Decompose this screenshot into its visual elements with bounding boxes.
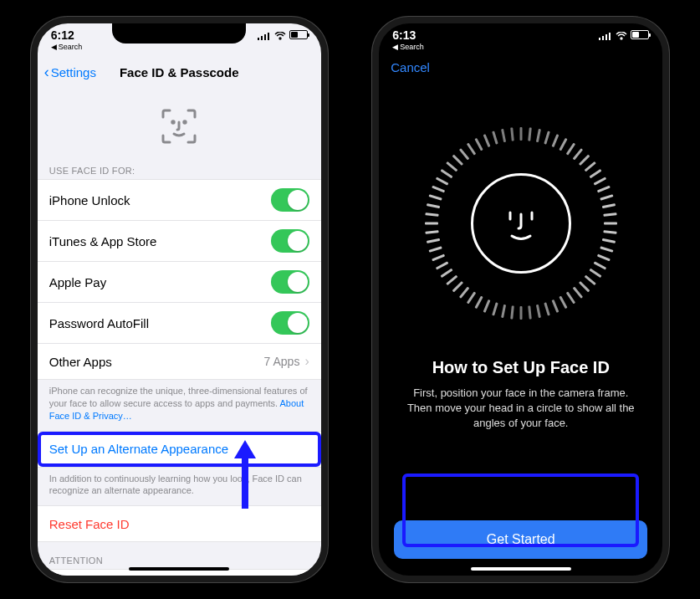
notch bbox=[454, 22, 588, 44]
cell-label: Set Up an Alternate Appearance bbox=[49, 442, 228, 456]
svg-rect-1 bbox=[261, 36, 263, 40]
status-time: 6:12 bbox=[51, 28, 83, 42]
face-scan-ring bbox=[425, 127, 617, 320]
cell-label: iTunes & App Store bbox=[49, 234, 157, 248]
wifi-icon bbox=[274, 31, 286, 39]
footer-faceid-privacy: iPhone can recognize the unique, three-d… bbox=[38, 380, 321, 431]
nav-bar: ‹ Settings Face ID & Passcode bbox=[38, 57, 321, 87]
svg-rect-7 bbox=[602, 36, 604, 40]
cell-label: Apple Pay bbox=[49, 275, 106, 289]
svg-rect-2 bbox=[264, 34, 266, 40]
svg-rect-3 bbox=[268, 33, 269, 40]
signal-icon bbox=[599, 31, 612, 39]
status-nav-hint: ◀Search bbox=[51, 43, 83, 51]
cell-label: Reset Face ID bbox=[49, 517, 130, 531]
footer-alternate: In addition to continuously learning how… bbox=[38, 468, 321, 506]
toggle-switch[interactable] bbox=[271, 188, 309, 212]
battery-icon bbox=[289, 30, 308, 39]
cell-label: Password AutoFill bbox=[49, 316, 149, 330]
cell-apple-pay[interactable]: Apple Pay bbox=[38, 262, 321, 303]
cell-value: 7 Apps bbox=[264, 355, 300, 368]
status-nav-hint: ◀Search bbox=[392, 43, 424, 51]
section-header-use: USE FACE ID FOR: bbox=[38, 161, 321, 179]
cell-label: iPhone Unlock bbox=[49, 193, 130, 207]
phone-faceid-setup-screen: 6:13 ◀Search Cancel bbox=[372, 17, 669, 582]
cell-other-apps[interactable]: Other Apps 7 Apps › bbox=[38, 344, 321, 379]
toggle-switch[interactable] bbox=[271, 270, 309, 294]
section-header-attention: ATTENTION bbox=[38, 550, 321, 569]
wifi-icon bbox=[616, 31, 627, 39]
svg-point-4 bbox=[172, 121, 174, 123]
chevron-left-icon: ‹ bbox=[44, 64, 49, 81]
settings-content[interactable]: USE FACE ID FOR: iPhone Unlock iTunes & … bbox=[38, 87, 321, 576]
faceid-glyph-icon bbox=[38, 87, 321, 161]
svg-point-5 bbox=[184, 121, 186, 123]
cell-iphone-unlock[interactable]: iPhone Unlock bbox=[38, 180, 321, 221]
back-button[interactable]: ‹ Settings bbox=[44, 64, 96, 81]
svg-rect-0 bbox=[258, 38, 259, 40]
home-indicator[interactable] bbox=[129, 567, 229, 571]
cell-alternate-appearance[interactable]: Set Up an Alternate Appearance bbox=[38, 432, 321, 467]
cell-label: Other Apps bbox=[49, 355, 112, 369]
toggle-switch[interactable] bbox=[271, 229, 309, 253]
cell-reset-faceid[interactable]: Reset Face ID bbox=[38, 506, 321, 541]
setup-title: How to Set Up Face ID bbox=[394, 358, 647, 377]
back-label: Settings bbox=[51, 65, 96, 79]
svg-rect-6 bbox=[599, 38, 600, 40]
annotation-highlight bbox=[402, 474, 639, 547]
cancel-button[interactable]: Cancel bbox=[391, 60, 430, 74]
cell-password-autofill[interactable]: Password AutoFill bbox=[38, 303, 321, 344]
page-title: Face ID & Passcode bbox=[120, 65, 239, 79]
cell-require-attention[interactable]: Require Attention for Face ID bbox=[38, 570, 321, 576]
setup-description: First, position your face in the camera … bbox=[394, 386, 647, 432]
phone-settings-screen: 6:12 ◀Search ‹ Settings Face ID & Passco… bbox=[31, 17, 328, 582]
chevron-right-icon: › bbox=[304, 354, 309, 369]
home-indicator[interactable] bbox=[471, 567, 571, 571]
status-time: 6:13 bbox=[392, 28, 424, 42]
svg-rect-8 bbox=[605, 34, 607, 40]
svg-rect-9 bbox=[609, 33, 611, 40]
toggle-switch[interactable] bbox=[271, 311, 309, 335]
notch bbox=[112, 22, 246, 44]
battery-icon bbox=[631, 30, 649, 39]
signal-icon bbox=[258, 31, 271, 39]
cell-itunes[interactable]: iTunes & App Store bbox=[38, 221, 321, 262]
